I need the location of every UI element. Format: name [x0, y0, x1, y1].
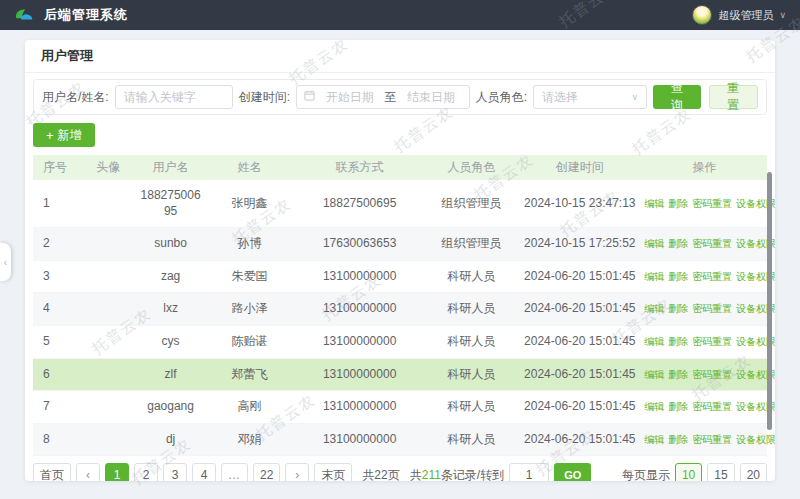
cell-created: 2024-06-20 15:01:45 [517, 358, 642, 391]
edit-link[interactable]: 编辑 [644, 336, 664, 347]
page-size-button-10[interactable]: 10 [675, 463, 702, 481]
delete-link[interactable]: 删除 [668, 401, 688, 412]
table-scrollbar[interactable] [767, 172, 772, 430]
edit-link[interactable]: 编辑 [644, 238, 664, 249]
reset-password-link[interactable]: 密码重置 [692, 434, 732, 445]
table-row: 5 cys 陈贻谌 13100000000 科研人员 2024-06-20 15… [33, 325, 767, 358]
page-ellipsis[interactable]: … [221, 463, 248, 481]
edit-link[interactable]: 编辑 [644, 369, 664, 380]
cell-role: 组织管理员 [426, 180, 518, 228]
cell-index: 1 [33, 180, 81, 228]
device-permission-link[interactable]: 设备权限 [736, 434, 775, 445]
goto-page-input[interactable] [509, 463, 549, 481]
go-button[interactable]: GO [554, 463, 591, 481]
page-title: 用户管理 [25, 40, 775, 73]
page-size-label: 每页显示 [622, 467, 670, 481]
role-select[interactable]: 请选择 ∨ [533, 85, 647, 109]
cell-username: dj [136, 423, 206, 456]
reset-password-link[interactable]: 密码重置 [692, 369, 732, 380]
app-header: 后端管理系统 超级管理员 ∨ [0, 0, 800, 30]
reset-password-link[interactable]: 密码重置 [692, 303, 732, 314]
cell-username: lxz [136, 293, 206, 326]
cell-role: 组织管理员 [426, 228, 518, 261]
pagination-bar: 首页 ‹ 1234…22 › 末页 共22页 共211条记录/转到 GO 每页显… [33, 463, 767, 481]
delete-link[interactable]: 删除 [668, 303, 688, 314]
end-date-placeholder: 结束日期 [400, 89, 461, 106]
users-table: 序号头像用户名姓名联系方式人员角色创建时间操作 1 18827500695 张明… [33, 155, 767, 456]
total-prefix: 共 [410, 468, 422, 481]
cell-actions: 编辑删除密码重置设备权限 [642, 423, 767, 456]
cell-index: 7 [33, 391, 81, 424]
cell-username: zlf [136, 358, 206, 391]
prev-page-button[interactable]: ‹ [76, 463, 100, 481]
cell-avatar [81, 228, 136, 261]
delete-link[interactable]: 删除 [668, 336, 688, 347]
page-button-4[interactable]: 4 [192, 463, 216, 481]
table-header-row: 序号头像用户名姓名联系方式人员角色创建时间操作 [33, 155, 767, 180]
reset-password-link[interactable]: 密码重置 [692, 198, 732, 209]
cell-name: 郑蕾飞 [205, 358, 293, 391]
cell-phone: 13100000000 [294, 423, 426, 456]
cell-phone: 17630063653 [294, 228, 426, 261]
delete-link[interactable]: 删除 [668, 271, 688, 282]
reset-button[interactable]: 重置 [709, 85, 759, 109]
cell-index: 4 [33, 293, 81, 326]
column-header-avatar: 头像 [81, 155, 136, 180]
cell-phone: 13100000000 [294, 358, 426, 391]
page-size-button-20[interactable]: 20 [740, 463, 767, 481]
page-size-buttons: 101520 [675, 463, 767, 481]
cell-username: zag [136, 260, 206, 293]
page-size-button-15[interactable]: 15 [707, 463, 734, 481]
delete-link[interactable]: 删除 [668, 198, 688, 209]
delete-link[interactable]: 删除 [668, 369, 688, 380]
cell-actions: 编辑删除密码重置设备权限 [642, 180, 767, 228]
cell-phone: 13100000000 [294, 325, 426, 358]
cell-name: 朱爱国 [205, 260, 293, 293]
role-filter-label: 人员角色: [476, 89, 527, 106]
user-menu[interactable]: 超级管理员 ∨ [692, 5, 786, 25]
delete-link[interactable]: 删除 [668, 434, 688, 445]
cell-index: 6 [33, 358, 81, 391]
table-row: 6 zlf 郑蕾飞 13100000000 科研人员 2024-06-20 15… [33, 358, 767, 391]
column-header-created: 创建时间 [517, 155, 642, 180]
cell-name: 路小泽 [205, 293, 293, 326]
cell-phone: 18827500695 [294, 180, 426, 228]
page-button-1[interactable]: 1 [105, 463, 129, 481]
reset-password-link[interactable]: 密码重置 [692, 336, 732, 347]
cell-name: 孙博 [205, 228, 293, 261]
reset-password-link[interactable]: 密码重置 [692, 271, 732, 282]
username-filter-input[interactable] [115, 85, 233, 109]
first-page-button[interactable]: 首页 [33, 463, 71, 481]
reset-password-link[interactable]: 密码重置 [692, 401, 732, 412]
edit-link[interactable]: 编辑 [644, 198, 664, 209]
edit-link[interactable]: 编辑 [644, 271, 664, 282]
total-suffix: 条记录/转到 [441, 468, 504, 481]
sidebar-collapse-handle[interactable]: ‹ [0, 243, 11, 281]
column-header-name: 姓名 [205, 155, 293, 180]
cell-created: 2024-06-20 15:01:45 [517, 260, 642, 293]
page-button-22[interactable]: 22 [253, 463, 280, 481]
cell-actions: 编辑删除密码重置设备权限 [642, 293, 767, 326]
last-page-button[interactable]: 末页 [314, 463, 352, 481]
cell-avatar [81, 260, 136, 293]
chevron-down-icon: ∨ [779, 10, 786, 20]
cell-index: 5 [33, 325, 81, 358]
reset-password-link[interactable]: 密码重置 [692, 238, 732, 249]
cell-avatar [81, 423, 136, 456]
edit-link[interactable]: 编辑 [644, 303, 664, 314]
cell-avatar [81, 325, 136, 358]
cell-index: 3 [33, 260, 81, 293]
cell-actions: 编辑删除密码重置设备权限 [642, 325, 767, 358]
edit-link[interactable]: 编辑 [644, 401, 664, 412]
delete-link[interactable]: 删除 [668, 238, 688, 249]
edit-link[interactable]: 编辑 [644, 434, 664, 445]
cell-avatar [81, 358, 136, 391]
page-buttons: 1234…22 [105, 463, 280, 481]
next-page-button[interactable]: › [285, 463, 309, 481]
page-button-2[interactable]: 2 [134, 463, 158, 481]
page-button-3[interactable]: 3 [163, 463, 187, 481]
filter-bar: 用户名/姓名: 创建时间: 开始日期 至 结束日期 人员角色: 请选择 ∨ 查询… [33, 79, 767, 115]
add-button[interactable]: + 新增 [33, 123, 95, 147]
search-button[interactable]: 查询 [653, 85, 701, 109]
date-range-picker[interactable]: 开始日期 至 结束日期 [296, 85, 470, 109]
